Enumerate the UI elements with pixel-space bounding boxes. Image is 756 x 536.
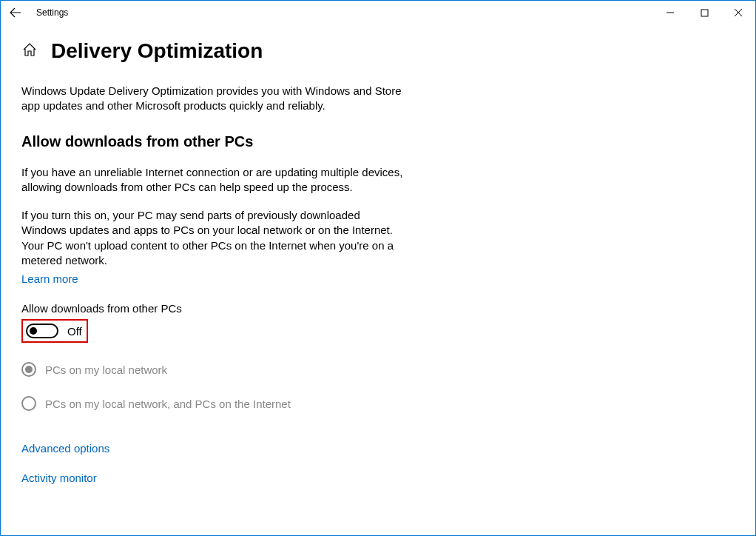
advanced-options-link[interactable]: Advanced options bbox=[21, 442, 109, 455]
radio-option-local[interactable]: PCs on my local network bbox=[21, 362, 436, 377]
minimize-button[interactable] bbox=[653, 1, 687, 24]
toggle-highlight: Off bbox=[21, 319, 88, 343]
maximize-icon bbox=[701, 9, 709, 17]
app-title: Settings bbox=[30, 7, 68, 18]
minimize-icon bbox=[666, 8, 675, 17]
toggle-knob bbox=[30, 327, 37, 335]
back-button[interactable] bbox=[1, 1, 30, 24]
maximize-button[interactable] bbox=[687, 1, 721, 24]
close-icon bbox=[734, 8, 743, 17]
allow-downloads-toggle[interactable] bbox=[26, 324, 58, 338]
radio-label: PCs on my local network, and PCs on the … bbox=[45, 398, 291, 410]
learn-more-link[interactable]: Learn more bbox=[21, 272, 78, 285]
toggle-label: Allow downloads from other PCs bbox=[21, 302, 436, 315]
intro-text: Windows Update Delivery Optimization pro… bbox=[21, 84, 406, 114]
activity-monitor-link[interactable]: Activity monitor bbox=[21, 472, 97, 484]
radio-icon bbox=[21, 362, 36, 377]
titlebar: Settings bbox=[1, 1, 755, 24]
section-para-1: If you have an unreliable Internet conne… bbox=[21, 165, 406, 195]
arrow-left-icon bbox=[9, 6, 22, 19]
content-area: Delivery Optimization Windows Update Del… bbox=[1, 24, 456, 485]
radio-label: PCs on my local network bbox=[45, 364, 167, 376]
close-button[interactable] bbox=[721, 1, 755, 24]
settings-window: Settings Delivery Optimization Windows U… bbox=[0, 0, 756, 536]
radio-option-internet[interactable]: PCs on my local network, and PCs on the … bbox=[21, 396, 436, 411]
page-header: Delivery Optimization bbox=[21, 39, 436, 63]
radio-icon bbox=[21, 396, 36, 411]
toggle-state: Off bbox=[67, 325, 82, 338]
svg-rect-0 bbox=[701, 10, 708, 16]
page-title: Delivery Optimization bbox=[51, 39, 263, 63]
home-icon bbox=[21, 41, 38, 61]
section-para-2: If you turn this on, your PC may send pa… bbox=[21, 208, 406, 268]
section-heading: Allow downloads from other PCs bbox=[21, 133, 436, 150]
window-controls bbox=[653, 1, 755, 24]
